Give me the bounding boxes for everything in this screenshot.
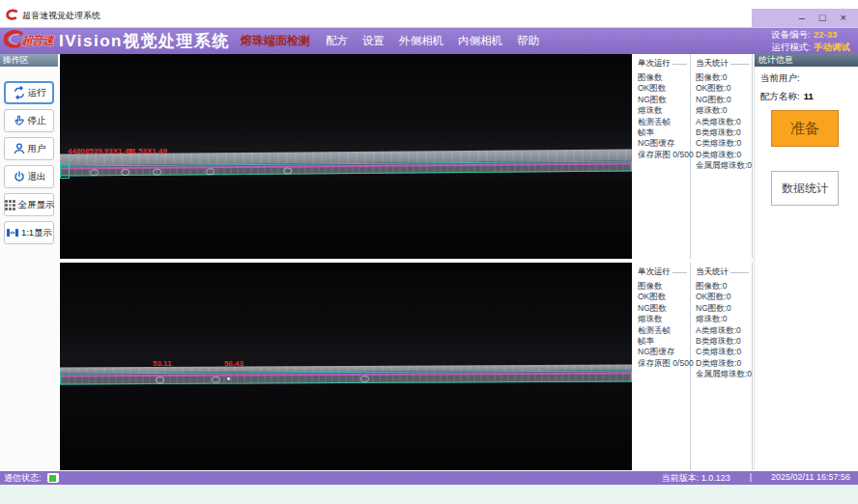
stat-row: C类熔珠数:0 [696,138,752,149]
stat-label: NG图缓存 [638,347,674,356]
fullscreen-button[interactable]: 全屏显示 [4,193,54,216]
menu-item[interactable]: 设置 [362,34,385,48]
stat-row: 图像数:0 [696,281,752,292]
main-menu: 配方设置外侧相机内侧相机帮助 [326,34,539,48]
device-info: 设备编号:22-33 运行模式:手动调试 [771,29,850,53]
version-text: 当前版本: 1.0.123 [662,472,730,485]
device-number-value: 22-33 [814,29,837,40]
green-status-icon [49,475,56,482]
exit-button-label: 退出 [28,171,46,183]
stat-row: NG图数:0 [696,303,752,314]
measurement-label: 44808539.93X1.49 [68,147,133,155]
single-run-header: 单次运行 [638,266,690,278]
menu-item[interactable]: 帮助 [517,34,539,48]
single-run-rows: 图像数OK图数NG图数熔珠数检测丢帧帧率NG图缓存保存原图 0/500 [638,72,690,160]
run-button-label: 运行 [28,87,46,99]
daily-rows: 图像数:0OK图数:0NG图数:0熔珠数:0A类熔珠数:0B类熔珠数:0C类熔珠… [696,281,752,380]
hand-stop-icon [13,114,26,127]
daily-header: 当天统计 [696,266,752,278]
weld-bead-strip [60,364,632,384]
data-statistics-button[interactable]: 数据统计 [771,171,839,206]
window-titlebar: 超音速视觉处理系统 – □ × [0,0,858,27]
stat-row: 熔珠数 [638,314,690,324]
stat-label: NG图缓存 [638,138,674,148]
stat-label: D类熔珠数 [696,358,734,368]
run-button[interactable]: 运行 [4,81,54,104]
minimize-button[interactable]: – [799,13,805,23]
stat-value: :0 [721,281,728,291]
stat-label: OK图数 [638,292,666,301]
stat-row: 熔珠数 [638,105,690,116]
recipe-name-label: 配方名称: [760,91,800,101]
stat-row: 帧率 [638,127,690,138]
stat-row: NG图数:0 [696,95,752,105]
exit-button[interactable]: 退出 [4,165,54,188]
stat-row: OK图数 [638,83,690,94]
stat-row: A类熔珠数:0 [696,325,752,336]
stat-label: NG图数 [638,95,667,104]
current-user-label: 当前用户: [760,72,800,83]
stat-label: 图像数 [638,281,663,291]
info-panel-title: 统计信息 [755,54,858,67]
stat-value: :0 [734,358,741,368]
stat-row: 金属屑熔珠数:0 [696,369,752,379]
run-mode-value: 手动调试 [814,42,850,52]
prepare-button[interactable]: 准备 [771,110,839,147]
operation-sidebar: 操作区 运行 停止 用户 [0,54,58,471]
status-separator: | [750,472,752,485]
stat-value: :0 [734,150,741,159]
app-window: 超音速视觉处理系统 – □ × 超音速 IVision视觉处理系统 熔珠端面检测… [0,0,858,504]
daily-header: 当天统计 [696,58,752,70]
stat-label: 保存原图 [638,358,671,368]
power-icon [13,170,26,183]
inner-camera-viewport: 53.11 56.43 [60,263,632,470]
stat-label: 熔珠数 [638,314,663,323]
user-button[interactable]: 用户 [4,137,54,160]
stat-row: NG图缓存 [638,138,690,149]
stat-value: :0 [734,127,741,137]
menu-item[interactable]: 外侧相机 [399,34,443,48]
stat-value: :0 [725,303,731,313]
menu-item[interactable]: 内侧相机 [458,34,502,48]
stat-label: 检测丢帧 [638,117,671,126]
comm-status-label: 通信状态: [4,472,42,485]
statistics-info-panel: 统计信息 当前用户: 配方名称:11 准备 数据统计 [754,54,858,470]
desktop-background [0,485,858,504]
stat-row: 保存原图 0/500 [638,150,690,160]
app-icon [6,8,18,20]
stat-label: B类熔珠数 [696,127,734,137]
stop-button[interactable]: 停止 [4,109,54,132]
sidebar-title: 操作区 [0,54,58,67]
run-icon [13,86,26,99]
maximize-button[interactable]: □ [819,13,826,23]
one-to-one-button[interactable]: 1:1显示 [4,221,54,244]
stat-label: 保存原图 [638,150,671,159]
fullscreen-button-label: 全屏显示 [18,199,55,211]
stat-value: :0 [745,160,752,170]
stat-label: 熔珠数 [696,314,721,323]
bead-marker [283,167,292,174]
single-run-title: 单次运行 [638,266,671,278]
stat-row: B类熔珠数:0 [696,127,752,138]
stat-row: NG图数 [638,303,690,314]
stop-button-label: 停止 [28,115,46,127]
stat-row: 检测丢帧 [638,117,690,127]
grid-fullscreen-icon [4,199,16,211]
stat-row: 金属屑熔珠数:0 [696,160,752,171]
outer-camera-viewport: 44808539.93X1.49 31.53X1.49 [60,54,632,259]
close-button[interactable]: × [841,13,846,23]
stat-label: 金属屑熔珠数 [696,369,745,378]
stat-label: NG图数 [638,303,667,313]
current-user-row: 当前用户: [760,72,858,85]
window-title: 超音速视觉处理系统 [22,10,100,22]
stat-label: 图像数 [696,72,721,82]
stat-value: :0 [721,105,728,115]
stat-label: C类熔珠数 [696,138,734,148]
stat-row: OK图数:0 [696,292,752,302]
stat-label: NG图数 [696,95,725,104]
stat-row: NG图数 [638,95,690,105]
stat-value: :0 [721,314,728,323]
daily-title: 当天统计 [696,58,729,70]
menu-item[interactable]: 配方 [326,34,348,48]
stat-label: 图像数 [638,72,663,82]
